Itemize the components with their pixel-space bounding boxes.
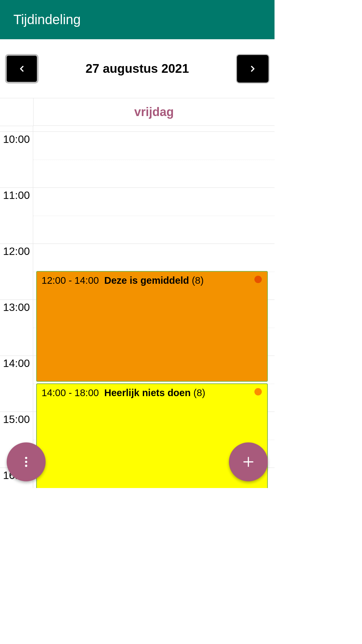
svg-point-2 [25,465,27,467]
chevron-right-icon [248,64,257,73]
event-count: (8) [193,387,205,398]
event-count: (8) [192,275,203,286]
day-name: vrijdag [134,105,174,119]
event-time-range: 12:00 - 14:00 [42,275,99,286]
time-label: 12:00 [0,244,33,300]
events-layer: 12:00 - 14:00 Deze is gemiddeld (8) 14:0… [36,159,268,488]
day-header: vrijdag [33,98,275,126]
status-dot-icon [254,388,262,395]
time-slot[interactable] [33,126,275,132]
plus-icon [242,455,255,469]
previous-day-button[interactable] [5,54,39,84]
time-label: 14:00 [0,356,33,412]
time-label: 13:00 [0,300,33,356]
event-title: Heerlijk niets doen [104,387,191,398]
status-dot-icon [254,276,262,283]
event-time-range: 14:00 - 18:00 [42,387,99,398]
schedule-container: vrijdag 10:00 11:00 12:00 13:00 14:00 15… [0,98,275,488]
more-options-button[interactable] [7,442,46,481]
time-label-empty [0,126,33,132]
event-text: 12:00 - 14:00 Deze is gemiddeld (8) [42,275,262,286]
chevron-left-icon [17,64,26,73]
add-event-button[interactable] [229,442,268,481]
event-text: 14:00 - 18:00 Heerlijk niets doen (8) [42,387,262,398]
event-block[interactable]: 12:00 - 14:00 Deze is gemiddeld (8) [36,271,268,382]
time-label: 11:00 [0,188,33,244]
svg-point-0 [25,457,27,459]
time-grid[interactable]: 10:00 11:00 12:00 13:00 14:00 15:00 16:0… [0,126,275,488]
next-day-button[interactable] [236,54,269,84]
date-navigation: 27 augustus 2021 [0,39,275,98]
svg-point-1 [25,461,27,463]
page-title: Tijdindeling [13,12,81,27]
time-row-partial [0,126,275,132]
more-vertical-icon [19,455,33,469]
app-header: Tijdindeling [0,0,275,39]
time-label: 10:00 [0,132,33,188]
event-title: Deze is gemiddeld [104,275,189,286]
current-date: 27 augustus 2021 [85,62,189,76]
